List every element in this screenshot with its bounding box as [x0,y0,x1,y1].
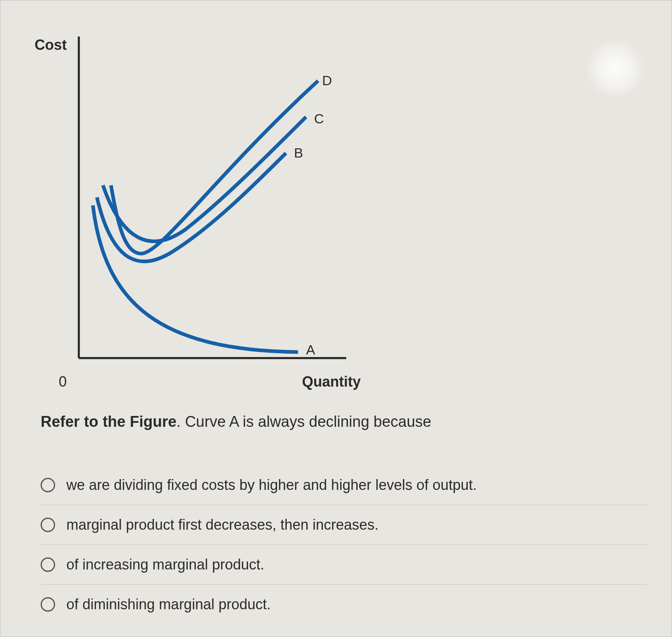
photo-glare [583,41,647,97]
cost-curves-chart: Cost D C B A 0 Quantity [41,25,382,386]
curve-label-b: B [294,145,303,161]
curve-d [111,81,318,254]
curve-label-d: D [322,73,332,88]
curve-c [103,117,306,241]
origin-label: 0 [59,373,67,390]
curve-label-a: A [306,342,315,358]
option-row[interactable]: marginal product first decreases, then i… [41,505,647,545]
question-prefix: Refer to the Figure [41,413,177,430]
curve-label-c: C [314,111,324,127]
radio-icon[interactable] [41,557,55,572]
radio-icon[interactable] [41,518,55,532]
option-label: marginal product first decreases, then i… [66,516,378,533]
option-label: we are dividing fixed costs by higher an… [66,477,477,494]
radio-icon[interactable] [41,478,55,492]
option-row[interactable]: of diminishing marginal product. [41,585,647,624]
option-row[interactable]: of increasing marginal product. [41,545,647,585]
answer-options: we are dividing fixed costs by higher an… [25,465,647,624]
question-text: Refer to the Figure. Curve A is always d… [25,410,647,433]
option-label: of diminishing marginal product. [66,596,271,613]
radio-icon[interactable] [41,597,55,612]
curve-b [97,153,286,262]
x-axis-label: Quantity [302,373,361,390]
question-container: Cost D C B A 0 Quantity Refer to the Fig… [0,0,672,637]
question-body: . Curve A is always declining because [177,413,432,430]
option-row[interactable]: we are dividing fixed costs by higher an… [41,465,647,505]
option-label: of increasing marginal product. [66,556,264,573]
